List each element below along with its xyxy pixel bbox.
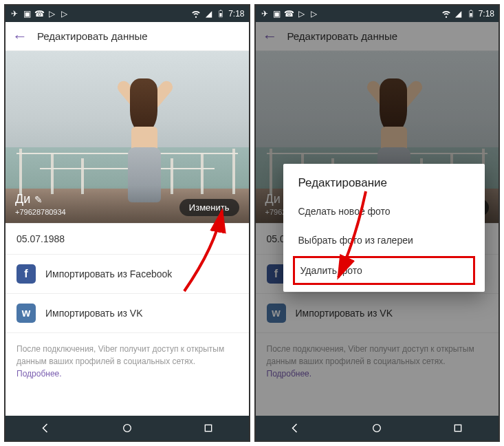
nav-recent-icon[interactable] [448, 418, 468, 438]
dob-value: 05.07.1988 [17, 233, 65, 244]
footer-note: После подключения, Viber получит доступ … [6, 333, 249, 390]
nav-recent-icon[interactable] [199, 418, 218, 438]
svg-rect-4 [205, 425, 211, 431]
back-icon[interactable]: ← [12, 28, 28, 45]
svg-rect-1 [220, 13, 222, 17]
edit-name-icon[interactable]: ✎ [34, 194, 43, 205]
telegram-icon: ✈ [10, 9, 19, 19]
nav-back-icon[interactable] [286, 418, 305, 438]
change-photo-button[interactable]: Изменить [179, 199, 239, 216]
profile-name: Ди [15, 192, 30, 206]
nav-home-icon[interactable] [367, 418, 386, 438]
signal-icon: ◢ [454, 9, 463, 19]
svg-point-3 [123, 425, 131, 432]
svg-point-8 [373, 425, 381, 432]
facebook-icon: f [17, 264, 36, 284]
signal-icon: ◢ [204, 9, 213, 19]
play-icon: ▷ [59, 9, 69, 19]
svg-rect-2 [220, 10, 221, 11]
svg-rect-6 [470, 13, 472, 17]
clock: 7:18 [479, 9, 494, 19]
edit-photo-dialog: Редактирование Сделать новое фото Выбрат… [283, 164, 485, 292]
android-navbar [256, 416, 499, 440]
app-bar: ← Редактировать данные [6, 22, 249, 51]
nav-back-icon[interactable] [36, 418, 56, 438]
clock: 7:18 [228, 9, 244, 19]
android-navbar [6, 416, 249, 440]
play-icon: ▷ [309, 9, 319, 19]
play-icon: ▷ [297, 9, 307, 19]
wifi-icon [441, 9, 451, 19]
dialog-item-new-photo[interactable]: Сделать новое фото [283, 197, 485, 226]
dialog-item-from-gallery[interactable]: Выбрать фото из галереи [283, 226, 485, 255]
phone-left: ✈ ▣ ☎ ▷ ▷ ◢ 7:18 ← Редактировать данные [4, 4, 250, 442]
viber-icon: ☎ [34, 9, 44, 19]
dob-row[interactable]: 05.07.1988 [6, 223, 249, 255]
play-icon: ▷ [47, 9, 56, 19]
status-bar: ✈ ▣ ☎ ▷ ▷ ◢ 7:18 [256, 6, 499, 22]
phone-right: ✈ ▣ ☎ ▷ ▷ ◢ 7:18 ← Редактировать данные [254, 4, 501, 442]
vk-icon: w [17, 304, 36, 323]
svg-rect-9 [454, 425, 461, 431]
battery-icon [466, 9, 476, 19]
square-icon: ▣ [272, 9, 282, 19]
import-facebook-label: Импортировать из Facebook [45, 268, 172, 279]
nav-home-icon[interactable] [118, 418, 137, 438]
status-bar: ✈ ▣ ☎ ▷ ▷ ◢ 7:18 [6, 6, 249, 22]
footer-text: После подключения, Viber получит доступ … [17, 344, 224, 366]
profile-phone: +79628780934 [15, 208, 66, 216]
dialog-item-delete-photo[interactable]: Удалить фото [293, 256, 476, 285]
telegram-icon: ✈ [260, 9, 270, 19]
import-vk-label: Импортировать из VK [45, 308, 143, 319]
page-title: Редактировать данные [37, 30, 148, 42]
profile-photo: Ди ✎ +79628780934 Изменить [6, 51, 249, 223]
learn-more-link[interactable]: Подробнее. [17, 369, 62, 379]
import-facebook-row[interactable]: f Импортировать из Facebook [6, 255, 249, 294]
import-vk-row[interactable]: w Импортировать из VK [6, 294, 249, 333]
wifi-icon [191, 9, 201, 19]
square-icon: ▣ [22, 9, 32, 19]
svg-rect-7 [470, 10, 472, 11]
battery-icon [216, 9, 226, 19]
dialog-title: Редактирование [283, 164, 485, 197]
viber-icon: ☎ [285, 9, 294, 19]
